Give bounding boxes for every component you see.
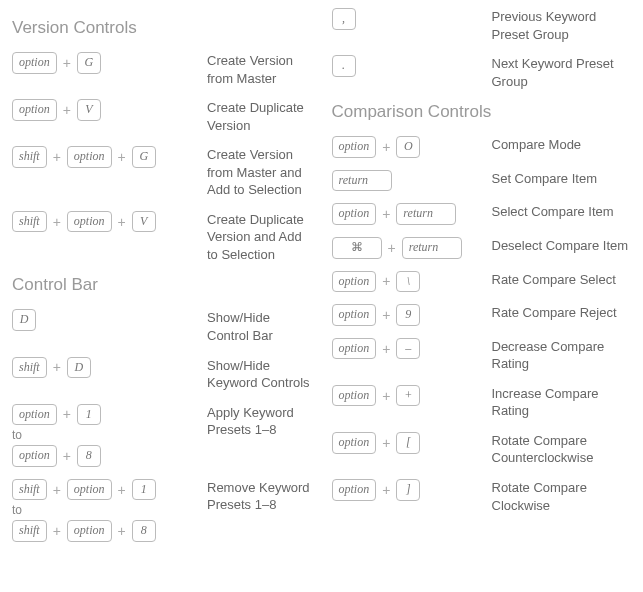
key-leftbracket: [ (396, 432, 420, 454)
section-title-controlbar: Control Bar (12, 275, 312, 295)
plus-icon: + (382, 139, 390, 155)
key-return: return (332, 170, 392, 192)
shortcut-row: . Next Keyword Preset Group (332, 55, 632, 90)
shortcut-row: option + V Create Duplicate Version (12, 99, 312, 134)
shortcut-desc: Create Duplicate Version and Add to Sele… (207, 211, 312, 264)
plus-icon: + (53, 359, 61, 375)
key-backslash: \ (396, 271, 420, 293)
key-option: option (67, 146, 112, 168)
plus-icon: + (382, 273, 390, 289)
key-shift: shift (12, 211, 47, 233)
plus-icon: + (53, 214, 61, 230)
shortcut-row: option + O Compare Mode (332, 136, 632, 158)
shortcut-row: option + [ Rotate Compare Counterclockwi… (332, 432, 632, 467)
plus-icon: + (118, 482, 126, 498)
key-v: V (132, 211, 156, 233)
section-title-version: Version Controls (12, 18, 312, 38)
plus-icon: + (388, 240, 396, 256)
shortcut-row: option + – Decrease Compare Rating (332, 338, 632, 373)
key-plus: + (396, 385, 420, 407)
shortcut-row: shift + option + V Create Duplicate Vers… (12, 211, 312, 264)
shortcut-desc: Deselect Compare Item (492, 237, 632, 255)
shortcut-desc: Decrease Compare Rating (492, 338, 632, 373)
shortcut-row: return Set Compare Item (332, 170, 632, 192)
key-d: D (12, 309, 36, 331)
shortcut-desc: Show/Hide Control Bar (207, 309, 312, 344)
shortcut-range: shift + option + 1 to shift + option + 8… (12, 479, 312, 542)
key-1: 1 (77, 404, 101, 426)
shortcut-desc: Rotate Compare Clockwise (492, 479, 632, 514)
plus-icon: + (53, 482, 61, 498)
shortcut-row: , Previous Keyword Preset Group (332, 8, 632, 43)
shortcut-desc: Create Version from Master (207, 52, 312, 87)
shortcut-desc: Create Duplicate Version (207, 99, 312, 134)
shortcut-desc: Remove Keyword Presets 1–8 (207, 479, 312, 514)
key-shift: shift (12, 520, 47, 542)
shortcut-range: option + 1 to option + 8 Apply Keyword P… (12, 404, 312, 467)
plus-icon: + (63, 448, 71, 464)
key-option: option (67, 479, 112, 501)
key-v: V (77, 99, 101, 121)
shortcut-row: option + return Select Compare Item (332, 203, 632, 225)
key-g: G (132, 146, 156, 168)
plus-icon: + (63, 55, 71, 71)
plus-icon: + (118, 214, 126, 230)
shortcut-desc: Rate Compare Select (492, 271, 632, 289)
shortcut-row: option + G Create Version from Master (12, 52, 312, 87)
key-comma: , (332, 8, 356, 30)
shortcut-row: shift + D Show/Hide Keyword Controls (12, 357, 312, 392)
plus-icon: + (118, 523, 126, 539)
plus-icon: + (118, 149, 126, 165)
key-command: ⌘ (332, 237, 382, 259)
key-option: option (332, 432, 377, 454)
key-option: option (12, 445, 57, 467)
plus-icon: + (63, 102, 71, 118)
shortcut-row: option + ] Rotate Compare Clockwise (332, 479, 632, 514)
shortcut-row: option + \ Rate Compare Select (332, 271, 632, 293)
key-option: option (332, 136, 377, 158)
key-option: option (67, 520, 112, 542)
plus-icon: + (382, 388, 390, 404)
shortcut-desc: Compare Mode (492, 136, 632, 154)
key-shift: shift (12, 146, 47, 168)
plus-icon: + (63, 406, 71, 422)
plus-icon: + (382, 206, 390, 222)
key-option: option (332, 479, 377, 501)
key-option: option (332, 271, 377, 293)
key-d: D (67, 357, 91, 379)
shortcut-desc: Rotate Compare Counterclockwise (492, 432, 632, 467)
plus-icon: + (53, 149, 61, 165)
key-return: return (402, 237, 462, 259)
key-rightbracket: ] (396, 479, 420, 501)
key-shift: shift (12, 479, 47, 501)
key-option: option (67, 211, 112, 233)
key-shift: shift (12, 357, 47, 379)
key-9: 9 (396, 304, 420, 326)
key-o: O (396, 136, 420, 158)
section-title-comparison: Comparison Controls (332, 102, 632, 122)
shortcut-desc: Previous Keyword Preset Group (492, 8, 632, 43)
shortcut-desc: Next Keyword Preset Group (492, 55, 632, 90)
plus-icon: + (53, 523, 61, 539)
key-option: option (12, 99, 57, 121)
key-return: return (396, 203, 456, 225)
key-1: 1 (132, 479, 156, 501)
key-option: option (332, 385, 377, 407)
key-option: option (332, 304, 377, 326)
key-option: option (332, 203, 377, 225)
shortcut-row: D Show/Hide Control Bar (12, 309, 312, 344)
shortcut-desc: Select Compare Item (492, 203, 632, 221)
key-8: 8 (77, 445, 101, 467)
key-8: 8 (132, 520, 156, 542)
plus-icon: + (382, 341, 390, 357)
shortcut-desc: Set Compare Item (492, 170, 632, 188)
plus-icon: + (382, 482, 390, 498)
shortcut-row: option + + Increase Compare Rating (332, 385, 632, 420)
shortcut-desc: Rate Compare Reject (492, 304, 632, 322)
shortcut-row: shift + option + G Create Version from M… (12, 146, 312, 199)
key-g: G (77, 52, 101, 74)
shortcut-desc: Show/Hide Keyword Controls (207, 357, 312, 392)
plus-icon: + (382, 435, 390, 451)
shortcut-desc: Apply Keyword Presets 1–8 (207, 404, 312, 439)
shortcut-row: option + 9 Rate Compare Reject (332, 304, 632, 326)
